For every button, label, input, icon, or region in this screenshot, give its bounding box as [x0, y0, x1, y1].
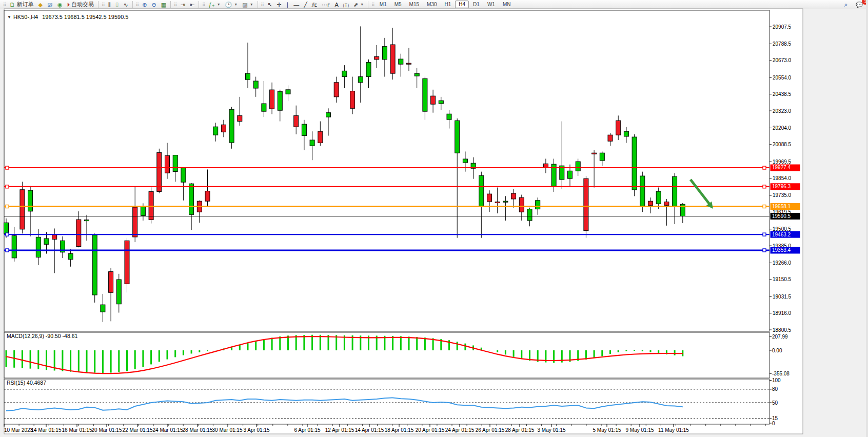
svg-text:20 Mar 01:15: 20 Mar 01:15 — [92, 427, 122, 433]
svg-text:0: 0 — [772, 421, 775, 426]
svg-text:80: 80 — [772, 386, 778, 392]
svg-text:-355.08: -355.08 — [772, 371, 790, 376]
svg-text:22 Mar 01:15: 22 Mar 01:15 — [123, 427, 153, 433]
svg-text:28 Apr 01:15: 28 Apr 01:15 — [505, 427, 535, 433]
svg-text:20323.0: 20323.0 — [773, 108, 792, 114]
svg-text:14 Mar 01:15: 14 Mar 01:15 — [31, 427, 62, 433]
svg-text:19031.5: 19031.5 — [773, 294, 792, 300]
svg-text:20554.0: 20554.0 — [773, 75, 792, 81]
chart-canvas[interactable]: 20907.520788.520673.020554.020438.520323… — [0, 0, 868, 437]
support-1-price-label: 19463.2 — [771, 231, 800, 238]
bid-line-price-label: 19590.5 — [771, 213, 800, 220]
svg-text:20907.5: 20907.5 — [773, 24, 792, 30]
svg-text:14 Apr 01:15: 14 Apr 01:15 — [355, 427, 384, 433]
svg-text:19658.1: 19658.1 — [772, 204, 791, 209]
svg-text:20673.0: 20673.0 — [773, 57, 792, 63]
svg-text:50: 50 — [772, 400, 778, 406]
svg-text:20788.5: 20788.5 — [773, 41, 792, 47]
pivot-orange-price-label: 19658.1 — [771, 203, 800, 210]
svg-text:207.99: 207.99 — [772, 334, 788, 340]
svg-text:18800.5: 18800.5 — [773, 327, 792, 333]
svg-text:20088.5: 20088.5 — [773, 142, 792, 147]
svg-text:10 Mar 2023: 10 Mar 2023 — [4, 427, 33, 433]
svg-text:0.00: 0.00 — [772, 348, 782, 353]
svg-text:19463.2: 19463.2 — [772, 232, 791, 237]
svg-text:100: 100 — [772, 378, 781, 383]
svg-text:12 Apr 01:15: 12 Apr 01:15 — [325, 427, 354, 433]
svg-text:18916.0: 18916.0 — [773, 310, 792, 316]
svg-text:24 Mar 01:15: 24 Mar 01:15 — [153, 427, 183, 433]
svg-text:20 Apr 01:15: 20 Apr 01:15 — [416, 427, 445, 433]
svg-text:24 Apr 01:15: 24 Apr 01:15 — [445, 427, 475, 433]
svg-text:3 Apr 01:15: 3 Apr 01:15 — [243, 427, 270, 433]
svg-text:19500.5: 19500.5 — [773, 226, 792, 232]
svg-text:19590.5: 19590.5 — [772, 213, 791, 219]
resistance-2-price-label: 19796.3 — [771, 183, 800, 190]
svg-text:28 Mar 01:15: 28 Mar 01:15 — [183, 427, 213, 433]
svg-text:5 May 01:15: 5 May 01:15 — [593, 427, 621, 433]
resistance-1-price-label: 19927.4 — [771, 164, 800, 171]
svg-text:19735.0: 19735.0 — [773, 192, 792, 198]
svg-text:16 Mar 01:15: 16 Mar 01:15 — [62, 427, 92, 433]
svg-text:19353.4: 19353.4 — [772, 247, 791, 253]
trading-terminal: ⠿🗋新订单◆🖳◉⏵自动交易⠿⫼⌷∿⠿⊕⊖▦⠿⇥⇤⠿ƒ₊▼🕒▼▨▼⠿↖✛∣—╱⫽ᴇ… — [0, 0, 868, 437]
svg-text:19150.5: 19150.5 — [773, 276, 792, 282]
svg-text:26 Apr 01:15: 26 Apr 01:15 — [476, 427, 505, 433]
svg-text:19927.4: 19927.4 — [772, 165, 791, 170]
svg-text:18 Apr 01:15: 18 Apr 01:15 — [385, 427, 414, 433]
svg-text:3 May 01:15: 3 May 01:15 — [537, 427, 565, 433]
window-edge — [866, 0, 868, 437]
support-2-price-label: 19353.4 — [771, 247, 800, 253]
svg-text:20204.0: 20204.0 — [773, 125, 792, 131]
svg-text:19969.5: 19969.5 — [773, 159, 792, 165]
svg-text:9 May 01:15: 9 May 01:15 — [625, 427, 654, 433]
svg-text:20438.5: 20438.5 — [773, 91, 792, 97]
svg-text:30 Mar 01:15: 30 Mar 01:15 — [212, 427, 243, 433]
svg-text:19266.0: 19266.0 — [773, 260, 792, 266]
svg-text:19854.0: 19854.0 — [773, 175, 792, 181]
svg-text:6 Apr 01:15: 6 Apr 01:15 — [294, 427, 321, 433]
svg-text:11 May 01:15: 11 May 01:15 — [658, 427, 689, 433]
svg-text:19796.3: 19796.3 — [772, 184, 791, 189]
